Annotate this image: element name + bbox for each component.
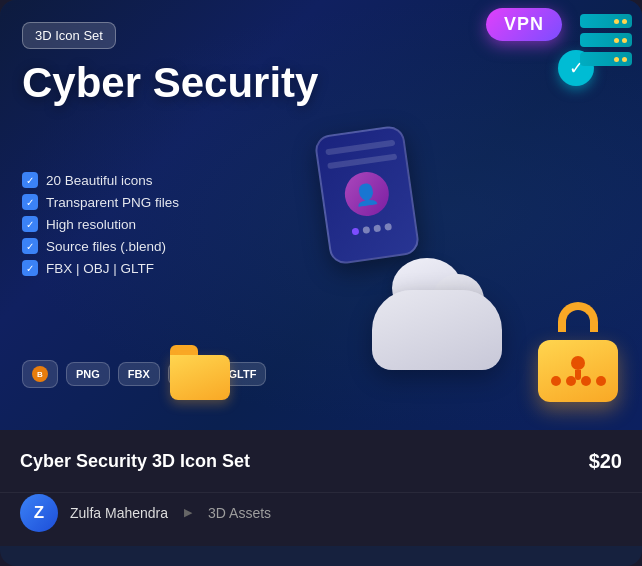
feature-item: ✓ Source files (.blend) — [22, 238, 179, 254]
hero-title: Cyber Security — [22, 60, 318, 106]
badge-fbx: FBX — [118, 362, 160, 386]
server-unit — [580, 33, 632, 47]
server-unit — [580, 14, 632, 28]
server-rack-decoration — [580, 14, 632, 66]
phone-bar — [325, 140, 395, 156]
feature-item: ✓ High resolution — [22, 216, 179, 232]
feature-item: ✓ Transparent PNG files — [22, 194, 179, 210]
lock-dot — [566, 376, 576, 386]
lock-shackle — [558, 302, 598, 332]
server-unit — [580, 52, 632, 66]
avatar: Z — [20, 494, 58, 532]
phone-dot — [352, 228, 360, 236]
hero-section[interactable]: 3D Icon Set Cyber Security ✓ 20 Beautifu… — [0, 0, 642, 430]
info-bar: Cyber Security 3D Icon Set $20 — [0, 430, 642, 492]
phone-dot — [384, 223, 392, 231]
folder-body — [170, 355, 230, 400]
features-list: ✓ 20 Beautiful icons ✓ Transparent PNG f… — [22, 172, 179, 276]
phone-dot — [373, 224, 381, 232]
server-dot — [614, 19, 619, 24]
padlock-decoration — [538, 302, 618, 402]
price-tag: $20 — [589, 450, 622, 473]
phone-bar — [327, 153, 397, 169]
cloud-body — [372, 290, 502, 370]
badge-blender: B — [22, 360, 58, 388]
badge-png: PNG — [66, 362, 110, 386]
lock-keyhole — [571, 356, 585, 370]
author-category: 3D Assets — [208, 505, 271, 521]
phone-dots — [352, 223, 393, 235]
check-icon: ✓ — [22, 216, 38, 232]
phone-avatar: 👤 — [342, 169, 392, 219]
server-dot — [622, 57, 627, 62]
phone-card-decoration: 👤 — [313, 124, 420, 265]
check-icon: ✓ — [22, 194, 38, 210]
cloud-decoration — [352, 260, 522, 370]
lock-body — [538, 340, 618, 402]
author-row[interactable]: Z Zulfa Mahendra ▶ 3D Assets — [0, 492, 642, 546]
check-icon: ✓ — [22, 172, 38, 188]
server-dot — [622, 19, 627, 24]
phone-dot — [362, 226, 370, 234]
lock-dot — [596, 376, 606, 386]
check-icon: ✓ — [22, 238, 38, 254]
lock-dot — [581, 376, 591, 386]
feature-item: ✓ 20 Beautiful icons — [22, 172, 179, 188]
vpn-decoration: VPN — [486, 8, 562, 41]
check-icon: ✓ — [22, 260, 38, 276]
author-name: Zulfa Mahendra — [70, 505, 168, 521]
product-card: 3D Icon Set Cyber Security ✓ 20 Beautifu… — [0, 0, 642, 566]
product-title: Cyber Security 3D Icon Set — [20, 451, 250, 472]
folder-decoration — [170, 345, 230, 400]
feature-item: ✓ FBX | OBJ | GLTF — [22, 260, 179, 276]
badge-3d-icon-set: 3D Icon Set — [22, 22, 116, 49]
blender-icon: B — [32, 366, 48, 382]
lock-dot — [551, 376, 561, 386]
server-dot — [622, 38, 627, 43]
arrow-icon: ▶ — [184, 506, 192, 519]
server-dot — [614, 57, 619, 62]
server-dot — [614, 38, 619, 43]
